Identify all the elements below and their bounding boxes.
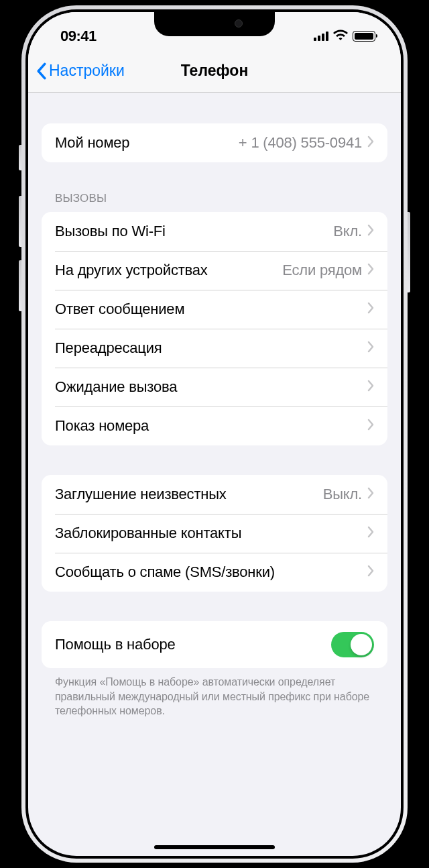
chevron-right-icon <box>367 135 374 150</box>
my-number-label: Мой номер <box>55 134 239 152</box>
calls-section-header: ВЫЗОВЫ <box>42 192 387 212</box>
back-label: Настройки <box>49 62 125 80</box>
row-label: Сообщать о спаме (SMS/звонки) <box>55 563 367 581</box>
home-indicator[interactable] <box>154 845 275 849</box>
row-label: Вызовы по Wi-Fi <box>55 223 333 240</box>
my-number-value: + 1 (408) 555-0941 <box>239 134 362 152</box>
chevron-left-icon <box>36 62 47 80</box>
chevron-right-icon <box>367 380 374 394</box>
chevron-right-icon <box>367 302 374 317</box>
wifi-calling-row[interactable]: Вызовы по Wi-Fi Вкл. <box>42 212 387 251</box>
row-label: Заблокированные контакты <box>55 525 367 542</box>
row-label: Ожидание вызова <box>55 378 367 396</box>
chevron-right-icon <box>367 565 374 580</box>
back-button[interactable]: Настройки <box>36 62 125 80</box>
wifi-icon <box>333 30 348 43</box>
row-value: Выкл. <box>323 486 362 503</box>
chevron-right-icon <box>367 526 374 541</box>
chevron-right-icon <box>367 419 374 433</box>
show-caller-id-row[interactable]: Показ номера <box>42 406 387 445</box>
phone-frame: 09:41 <box>21 5 408 863</box>
dial-assist-row: Помощь в наборе <box>42 621 387 668</box>
dial-assist-toggle[interactable] <box>331 632 374 657</box>
chevron-right-icon <box>367 341 374 356</box>
silence-unknown-row[interactable]: Заглушение неизвестных Выкл. <box>42 475 387 514</box>
row-label: На других устройствах <box>55 262 282 279</box>
call-forwarding-row[interactable]: Переадресация <box>42 329 387 368</box>
blocked-contacts-row[interactable]: Заблокированные контакты <box>42 514 387 553</box>
screen: 09:41 <box>28 12 401 856</box>
row-label: Ответ сообщением <box>55 301 367 318</box>
row-label: Показ номера <box>55 417 367 435</box>
cellular-signal-icon <box>314 32 328 41</box>
nav-bar: Настройки Телефон <box>28 50 401 93</box>
chevron-right-icon <box>367 487 374 502</box>
call-waiting-row[interactable]: Ожидание вызова <box>42 368 387 406</box>
dial-assist-label: Помощь в наборе <box>55 636 331 653</box>
other-devices-row[interactable]: На других устройствах Если рядом <box>42 251 387 290</box>
battery-icon <box>353 31 375 42</box>
my-number-row[interactable]: Мой номер + 1 (408) 555-0941 <box>42 123 387 162</box>
row-value: Если рядом <box>282 262 362 279</box>
status-time: 09:41 <box>60 28 97 45</box>
respond-with-text-row[interactable]: Ответ сообщением <box>42 290 387 329</box>
dial-assist-footer: Функция «Помощь в наборе» автоматически … <box>42 668 387 718</box>
page-title: Телефон <box>181 62 249 80</box>
row-label: Переадресация <box>55 339 367 357</box>
front-camera <box>235 19 243 28</box>
chevron-right-icon <box>367 224 374 239</box>
notch <box>154 12 275 36</box>
status-icons <box>314 30 375 43</box>
chevron-right-icon <box>367 263 374 278</box>
row-label: Заглушение неизвестных <box>55 486 323 503</box>
report-spam-row[interactable]: Сообщать о спаме (SMS/звонки) <box>42 553 387 592</box>
row-value: Вкл. <box>333 223 362 240</box>
